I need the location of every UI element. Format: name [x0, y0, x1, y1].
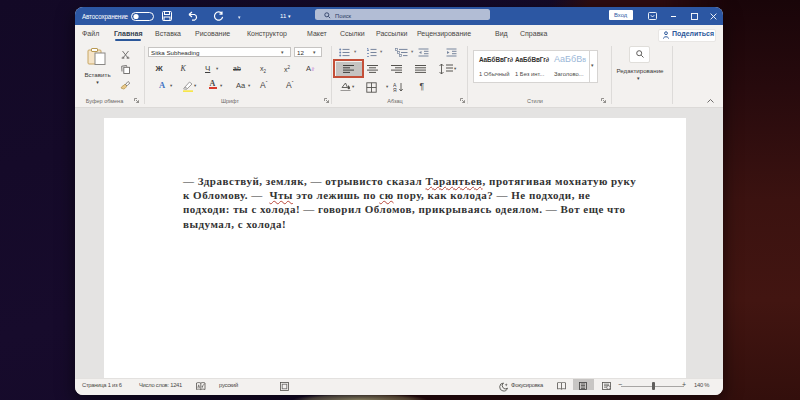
- svg-text:Я: Я: [393, 87, 397, 92]
